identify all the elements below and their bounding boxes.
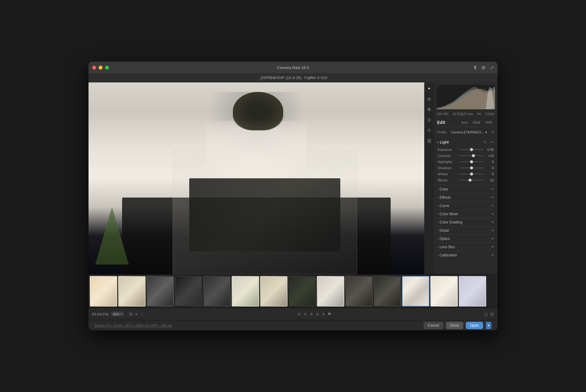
color-section-left: › Color bbox=[437, 187, 448, 191]
shadows-thumb[interactable] bbox=[470, 166, 473, 169]
star-4[interactable]: ★ bbox=[315, 311, 320, 317]
exposure-slider[interactable] bbox=[459, 147, 483, 152]
flag-icon[interactable]: ⚑ bbox=[327, 312, 331, 317]
light-eye-icon[interactable]: 👁 bbox=[483, 140, 487, 144]
color-grading-eye-icon[interactable]: 👁 bbox=[491, 220, 494, 224]
highlights-slider[interactable] bbox=[459, 160, 483, 164]
camera-info-row: ISO 400 16-55@37 mm f/4 1/160s bbox=[436, 111, 495, 117]
edit-panel-icon[interactable]: ✦ bbox=[425, 85, 433, 92]
color-grading-section[interactable]: › Color Grading 👁 bbox=[436, 218, 495, 226]
contrast-slider[interactable] bbox=[459, 154, 483, 158]
shadows-slider[interactable] bbox=[459, 166, 483, 170]
filter-panel-icon[interactable]: ▥ bbox=[425, 137, 433, 144]
thumbnail-11[interactable] bbox=[374, 276, 401, 307]
bw-btn[interactable]: B&W bbox=[471, 120, 482, 125]
close-button[interactable] bbox=[92, 66, 96, 70]
thumbnail-8[interactable] bbox=[288, 276, 316, 307]
edit-buttons: Auto B&W HDR bbox=[459, 120, 494, 125]
optics-eye-icon[interactable]: 👁 bbox=[491, 237, 494, 241]
maximize-button[interactable] bbox=[105, 66, 109, 70]
whites-label: Whites bbox=[438, 172, 458, 176]
light-section-header[interactable]: ▾ Light 👁 ••• bbox=[436, 138, 495, 147]
contrast-thumb[interactable] bbox=[472, 154, 475, 157]
curve-section[interactable]: › Curve 👁 bbox=[436, 201, 495, 210]
thumbnail-14[interactable] bbox=[459, 276, 486, 307]
detail-eye-icon[interactable]: 👁 bbox=[491, 228, 494, 233]
thumbnail-10[interactable] bbox=[345, 276, 373, 307]
expand-icon[interactable]: ⤢ bbox=[490, 65, 494, 71]
export-icon[interactable]: ⬆ bbox=[473, 65, 477, 71]
color-eye-icon[interactable]: 👁 bbox=[491, 187, 494, 191]
color-section[interactable]: › Color 👁 bbox=[436, 185, 495, 193]
detail-section-title: Detail bbox=[440, 228, 449, 233]
calibration-section[interactable]: › Calibration 👁 bbox=[436, 251, 495, 259]
lens-blur-section[interactable]: › Lens Blur 👁 bbox=[436, 243, 495, 251]
photo-display bbox=[89, 82, 424, 274]
traffic-lights bbox=[92, 66, 109, 70]
thumbnail-3[interactable] bbox=[146, 276, 174, 307]
optics-section-title: Optics bbox=[440, 237, 450, 241]
highlights-track bbox=[459, 162, 483, 162]
heal-panel-icon[interactable]: ✿ bbox=[425, 106, 433, 113]
profile-chevron-icon: ▾ bbox=[485, 130, 487, 134]
thumbnail-7[interactable] bbox=[260, 276, 288, 307]
contrast-track bbox=[459, 155, 483, 156]
blacks-thumb[interactable] bbox=[468, 179, 472, 182]
calibration-eye-icon[interactable]: 👁 bbox=[491, 253, 494, 257]
blacks-slider[interactable] bbox=[459, 178, 483, 182]
compare-view-icon[interactable]: ⊡ bbox=[490, 312, 494, 317]
star-5[interactable]: ★ bbox=[321, 311, 326, 317]
mask-panel-icon[interactable]: ◎ bbox=[425, 116, 433, 123]
profile-grid-icon[interactable]: ⊞ bbox=[491, 130, 494, 134]
single-view-icon[interactable]: ◻ bbox=[484, 312, 488, 317]
thumbnail-active[interactable] bbox=[402, 276, 429, 307]
thumbnail-4[interactable] bbox=[175, 276, 202, 307]
light-section-header-left: ▾ Light bbox=[437, 140, 449, 144]
effects-section[interactable]: › Effects 👁 bbox=[436, 193, 495, 201]
hist-corner-br bbox=[492, 106, 494, 108]
footer-buttons: Cancel Done Open ▾ bbox=[424, 322, 491, 329]
filter-icon[interactable]: ⋮ bbox=[140, 312, 144, 317]
effects-eye-icon[interactable]: 👁 bbox=[491, 195, 494, 200]
done-button[interactable]: Done bbox=[446, 322, 463, 329]
open-arrow-button[interactable]: ▾ bbox=[486, 322, 491, 329]
hdr-btn[interactable]: HDR bbox=[483, 120, 494, 125]
thumbnail-9[interactable] bbox=[317, 276, 344, 307]
highlights-value: 0 bbox=[485, 160, 494, 164]
calibration-chevron-icon: › bbox=[437, 253, 438, 257]
color-mixer-section[interactable]: › Color Mixer 👁 bbox=[436, 210, 495, 218]
star-3[interactable]: ★ bbox=[309, 311, 313, 317]
star-2[interactable]: ★ bbox=[303, 311, 307, 317]
star-1[interactable]: ★ bbox=[297, 311, 301, 317]
highlights-thumb[interactable] bbox=[470, 160, 473, 163]
exposure-thumb[interactable] bbox=[470, 148, 473, 151]
thumbnail-1[interactable] bbox=[90, 276, 117, 307]
color-mixer-eye-icon[interactable]: 👁 bbox=[491, 212, 494, 216]
thumbnail-13[interactable] bbox=[430, 276, 458, 307]
zoom-select[interactable]: 66% ▾ bbox=[111, 311, 124, 317]
optics-chevron-icon: › bbox=[437, 237, 438, 241]
minimize-button[interactable] bbox=[99, 66, 103, 70]
open-button[interactable]: Open bbox=[466, 322, 483, 329]
thumbnail-2[interactable] bbox=[118, 276, 146, 307]
auto-btn[interactable]: Auto bbox=[459, 120, 470, 125]
whites-thumb[interactable] bbox=[470, 172, 473, 176]
profile-select-dropdown[interactable]: Camera ETERNA/Ci... ▾ bbox=[451, 130, 487, 134]
lens-blur-eye-icon[interactable]: 👁 bbox=[491, 245, 494, 249]
light-more-icon[interactable]: ••• bbox=[489, 140, 494, 145]
settings-icon[interactable]: ⚙ bbox=[481, 65, 486, 71]
optics-section[interactable]: › Optics 👁 bbox=[436, 234, 495, 243]
curve-eye-icon[interactable]: 👁 bbox=[491, 204, 494, 208]
crop-panel-icon[interactable]: ⊞ bbox=[425, 95, 433, 103]
thumbnail-5[interactable] bbox=[203, 276, 231, 307]
detail-section[interactable]: › Detail 👁 bbox=[436, 226, 495, 234]
whites-value: 0 bbox=[485, 172, 494, 176]
redeye-panel-icon[interactable]: ⊙ bbox=[425, 126, 433, 134]
thumbnail-6[interactable] bbox=[232, 276, 259, 307]
whites-slider[interactable] bbox=[459, 172, 483, 176]
filmstrip-icon[interactable]: ⊟ bbox=[129, 312, 133, 317]
exposure-value: 0.00 bbox=[485, 148, 494, 151]
sort-icon[interactable]: ≡ bbox=[135, 312, 138, 317]
display-info[interactable]: Display P3 - 16 bit - 3972 x 5958 (23.7M… bbox=[95, 324, 172, 327]
cancel-button[interactable]: Cancel bbox=[424, 322, 443, 329]
